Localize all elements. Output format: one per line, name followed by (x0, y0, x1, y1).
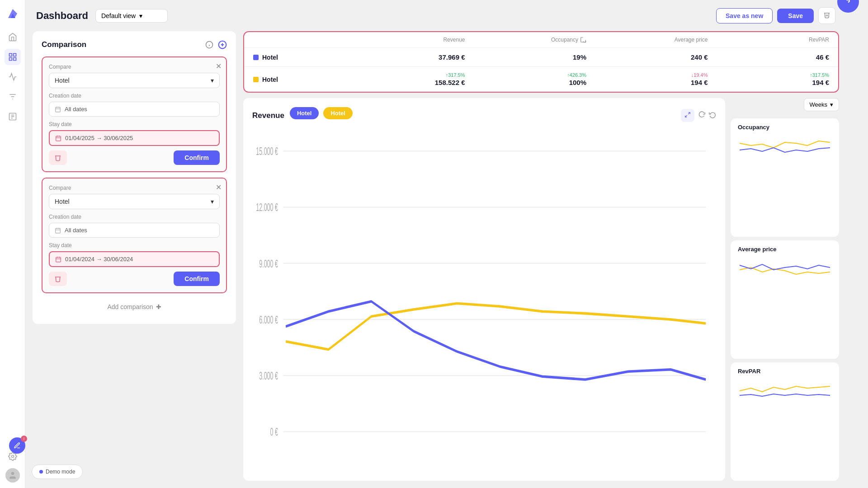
mini-chart-title-avg-price: Average price (738, 246, 832, 253)
sidebar-item-report[interactable] (5, 108, 21, 125)
block-footer-1: Confirm (49, 150, 220, 165)
avg-price-1: 240 € (586, 53, 708, 61)
sidebar-item-dashboard[interactable] (5, 49, 21, 65)
col-avg-price: Average price (586, 37, 708, 43)
revpar-1: 46 € (708, 53, 830, 61)
delete-button[interactable] (818, 7, 835, 24)
stay-date-value-2: 01/04/2024 → 30/06/2024 (65, 256, 133, 263)
view-select-label: Default view (101, 12, 136, 19)
confirm-button-1[interactable]: Confirm (174, 150, 220, 165)
avatar[interactable] (5, 468, 20, 483)
block-footer-2: Confirm (49, 272, 220, 286)
header: Dashboard Default view ▾ Save as new Sav… (25, 0, 846, 31)
chart-svg-container: 15.000 € 12.000 € 9.000 € 6.000 € 3.000 … (252, 131, 716, 472)
delete-block-2[interactable] (49, 272, 67, 286)
delete-block-1[interactable] (49, 150, 67, 165)
confirm-button-2[interactable]: Confirm (174, 272, 220, 286)
svg-rect-2 (9, 58, 12, 61)
svg-rect-23 (56, 136, 61, 141)
chart-top-left: Revenue Hotel Hotel (252, 107, 353, 124)
svg-rect-19 (56, 107, 61, 112)
revenue-value-2: 158.522 € (435, 79, 465, 86)
svg-text:3.000 €: 3.000 € (259, 369, 278, 382)
hotel-dot-2 (253, 77, 259, 82)
save-as-new-button[interactable]: Save as new (716, 8, 773, 23)
svg-rect-27 (56, 228, 61, 233)
chart-top: Revenue Hotel Hotel (252, 107, 716, 124)
plus-icon: ✚ (156, 303, 161, 310)
save-button[interactable]: Save (777, 9, 814, 23)
svg-rect-31 (56, 257, 61, 262)
creation-date-label-1: Creation date (49, 93, 220, 99)
comparison-block-1: ✕ Compare Hotel ▾ Creation date All date… (42, 56, 227, 172)
svg-point-11 (11, 455, 14, 458)
col-occupancy: Occupancy (465, 37, 587, 43)
pencil-tool-button[interactable]: ! (9, 437, 25, 454)
chart-title: Revenue (252, 111, 284, 120)
hotel-label-1: Hotel (253, 54, 344, 61)
svg-text:12.000 €: 12.000 € (256, 201, 278, 214)
hotel-name-1: Hotel (262, 54, 278, 61)
stay-date-label-2: Stay date (49, 242, 220, 249)
mini-chart-avg-price: Average price (731, 240, 839, 359)
creation-date-field-2[interactable]: All dates (49, 223, 220, 238)
add-comparison-button[interactable]: Add comparison ✚ (42, 299, 227, 315)
revpar-value-2: 194 € (812, 79, 829, 86)
col-revpar: RevPAR (708, 37, 830, 43)
occupancy-badge-2: ↑426.3% (567, 72, 586, 78)
chevron-down-icon: ▾ (139, 12, 142, 19)
block-close-2[interactable]: ✕ (216, 183, 222, 192)
chart-tags: Hotel Hotel (290, 107, 353, 119)
app-logo[interactable] (5, 5, 21, 22)
revenue-2: ↑317.5% 158.522 € (344, 72, 465, 86)
stay-date-label-1: Stay date (49, 121, 220, 127)
creation-date-field-1[interactable]: All dates (49, 102, 220, 117)
pencil-badge: ! (21, 436, 27, 442)
chevron-down-icon-1: ▾ (211, 77, 214, 84)
hotel-label-2: Hotel (253, 76, 344, 83)
creation-date-value-2: All dates (65, 227, 87, 234)
tag-hotel-blue[interactable]: Hotel (290, 107, 319, 119)
mini-chart-occupancy: Occupancy (731, 118, 839, 237)
mini-chart-revpar: RevPAR (731, 362, 839, 481)
block-close-1[interactable]: ✕ (216, 62, 222, 70)
weeks-label: Weeks (810, 101, 828, 108)
creation-date-value-1: All dates (65, 106, 87, 113)
info-button[interactable] (205, 41, 213, 49)
chart-actions (681, 109, 716, 122)
compare-select-1[interactable]: Hotel ▾ (49, 73, 220, 88)
comparison-block-2: ✕ Compare Hotel ▾ Creation date All date… (42, 178, 227, 293)
expand-chart-button[interactable] (681, 109, 694, 122)
svg-text:9.000 €: 9.000 € (259, 257, 278, 270)
mini-charts-panel: Weeks ▾ Occupancy Average (731, 98, 839, 481)
refresh-chart-button[interactable] (698, 111, 705, 120)
add-comparison-label: Add comparison (107, 303, 153, 310)
sidebar-item-filter[interactable] (5, 89, 21, 105)
weeks-select[interactable]: Weeks ▾ (804, 98, 840, 111)
stay-date-field-2[interactable]: 01/04/2024 → 30/06/2024 (49, 251, 220, 267)
svg-text:0 €: 0 € (270, 426, 278, 438)
stay-date-field-1[interactable]: 01/04/2025 → 30/06/2025 (49, 130, 220, 146)
right-panel: Revenue Occupancy Average price RevPAR (243, 31, 839, 481)
sidebar-item-home[interactable] (5, 29, 21, 45)
undo-chart-button[interactable] (709, 111, 716, 120)
chevron-down-weeks: ▾ (830, 101, 833, 108)
compare-value-2: Hotel (55, 198, 70, 205)
compare-select-2[interactable]: Hotel ▾ (49, 194, 220, 209)
compare-label-1: Compare (49, 64, 220, 70)
sidebar-item-chart[interactable] (5, 69, 21, 85)
comparison-header-icons (205, 40, 227, 49)
demo-dot (39, 470, 43, 474)
view-select[interactable]: Default view ▾ (95, 9, 168, 23)
demo-mode-badge: Demo mode (32, 465, 83, 479)
chart-area: Revenue Hotel Hotel (243, 98, 839, 481)
svg-rect-1 (13, 54, 16, 56)
stats-row-1: Hotel 37.969 € 19% 240 € 46 € (244, 48, 838, 67)
creation-date-label-2: Creation date (49, 214, 220, 220)
main-content: Dashboard Default view ▾ Save as new Sav… (25, 0, 846, 488)
chevron-down-icon-2: ▾ (211, 198, 214, 205)
hotel-name-2: Hotel (262, 76, 278, 83)
tag-hotel-yellow[interactable]: Hotel (323, 107, 353, 119)
add-comparison-icon-button[interactable] (218, 40, 227, 49)
svg-text:15.000 €: 15.000 € (256, 145, 278, 158)
